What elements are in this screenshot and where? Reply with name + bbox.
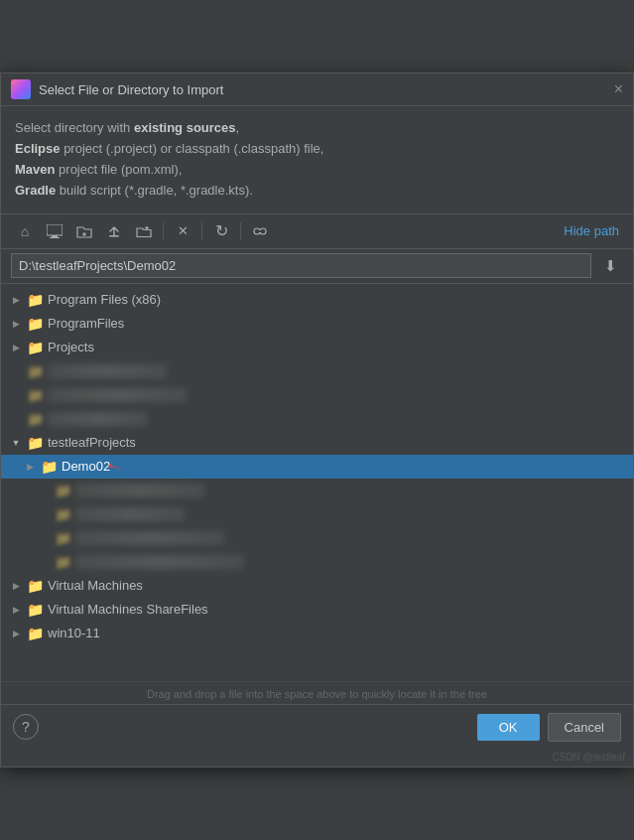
blurred-label-7	[75, 555, 244, 569]
folder-icon-blurred-2: 📁	[27, 387, 44, 403]
tree-item-win10-11[interactable]: ▶ 📁 win10-11	[1, 622, 633, 645]
delete-button[interactable]: ✕	[169, 218, 196, 244]
svg-rect-0	[47, 224, 63, 235]
home-button[interactable]: ⌂	[11, 218, 39, 244]
app-icon	[11, 79, 31, 99]
refresh-button[interactable]: ↻	[207, 218, 235, 244]
up-button[interactable]	[100, 218, 128, 244]
folder-icon-program-files-x86: 📁	[27, 292, 44, 308]
expand-icon-demo02[interactable]: ▶	[23, 460, 37, 474]
toolbar-separator-3	[240, 222, 241, 240]
expand-icon-projects[interactable]: ▶	[9, 341, 23, 354]
dialog-title: Select File or Directory to Import	[39, 82, 606, 97]
expand-icon-testleaf-projects[interactable]: ▼	[9, 436, 23, 450]
blurred-label-6	[75, 531, 224, 545]
folder-icon-blurred-5: 📁	[55, 506, 71, 522]
tree-item-blurred-3: 📁	[1, 407, 633, 431]
path-input[interactable]	[11, 253, 591, 278]
path-download-button[interactable]: ⬇	[597, 253, 623, 279]
ok-button[interactable]: OK	[477, 714, 540, 741]
hide-path-button[interactable]: Hide path	[560, 221, 623, 240]
arrow-indicator: ←	[101, 452, 128, 480]
toolbar: ⌂ ✕ ↻ Hide path	[1, 213, 633, 249]
desc-line1-bold: existing sources	[134, 120, 236, 135]
blurred-label-2	[48, 388, 187, 402]
desc-line1-suffix: ,	[236, 120, 240, 135]
help-button[interactable]: ?	[13, 714, 39, 740]
tree-label-program-files-x86: Program Files (x86)	[48, 292, 161, 307]
desc-maven-text: project file (pom.xml),	[55, 162, 182, 177]
desc-eclipse-text: project (.project) or classpath (.classp…	[61, 141, 324, 156]
tree-label-win10-11: win10-11	[48, 626, 100, 640]
link-button[interactable]	[246, 218, 274, 244]
path-row: ⬇	[1, 249, 633, 284]
tree-label-virtual-machines-share: Virtual Machines ShareFiles	[48, 602, 208, 617]
tree-label-virtual-machines: Virtual Machines	[48, 578, 143, 593]
folder-icon-projects: 📁	[27, 340, 44, 355]
cancel-button[interactable]: Cancel	[548, 713, 621, 742]
tree-item-blurred-2: 📁	[1, 383, 633, 407]
new-folder-button[interactable]	[70, 218, 98, 244]
expand-icon-win10-11[interactable]: ▶	[9, 627, 23, 640]
description-panel: Select directory with existing sources, …	[1, 106, 633, 212]
expand-icon-program-files-x86[interactable]: ▶	[9, 293, 23, 307]
tree-item-blurred-7: 📁	[1, 550, 633, 574]
file-directory-dialog: Select File or Directory to Import × Sel…	[0, 72, 634, 767]
svg-rect-10	[257, 230, 263, 232]
folder-icon-blurred-1: 📁	[27, 363, 44, 379]
tree-item-testleaf-projects[interactable]: ▼ 📁 testleafProjects	[1, 431, 633, 455]
tree-item-blurred-1: 📁	[1, 359, 633, 383]
toolbar-separator-2	[201, 222, 202, 240]
expand-icon-virtual-machines[interactable]: ▶	[9, 579, 23, 593]
folder-icon-win10-11: 📁	[27, 626, 44, 641]
desc-gradle: Gradle	[15, 183, 56, 198]
tree-item-virtual-machines-share[interactable]: ▶ 📁 Virtual Machines ShareFiles	[1, 598, 633, 622]
desc-maven: Maven	[15, 162, 55, 177]
blurred-label-3	[48, 412, 147, 426]
tree-item-programfiles[interactable]: ▶ 📁 ProgramFiles	[1, 312, 633, 336]
expand-icon-programfiles[interactable]: ▶	[9, 317, 23, 331]
folder-icon-testleaf-projects: 📁	[27, 435, 44, 451]
expand-icon-virtual-machines-share[interactable]: ▶	[9, 603, 23, 617]
desktop-button[interactable]	[41, 218, 68, 244]
file-tree[interactable]: ▶ 📁 Program Files (x86) ▶ 📁 ProgramFiles…	[1, 284, 633, 681]
desc-eclipse: Eclipse	[15, 141, 61, 156]
desc-line1-prefix: Select directory with	[15, 120, 134, 135]
new-folder2-button[interactable]	[130, 218, 158, 244]
folder-icon-blurred-4: 📁	[55, 483, 71, 498]
tree-item-demo02[interactable]: ▶ 📁 Demo02 ←	[1, 455, 633, 479]
tree-item-virtual-machines[interactable]: ▶ 📁 Virtual Machines	[1, 574, 633, 598]
tree-label-projects: Projects	[48, 340, 94, 354]
folder-icon-blurred-3: 📁	[27, 411, 44, 427]
drag-hint: Drag and drop a file into the space abov…	[1, 681, 633, 704]
tree-item-projects[interactable]: ▶ 📁 Projects	[1, 336, 633, 359]
svg-rect-2	[50, 237, 60, 238]
folder-icon-blurred-7: 📁	[55, 554, 71, 570]
blurred-label-1	[48, 364, 167, 378]
folder-icon-programfiles: 📁	[27, 316, 44, 332]
folder-icon-virtual-machines-share: 📁	[27, 602, 44, 618]
blurred-label-4	[75, 484, 204, 497]
toolbar-separator-1	[163, 222, 164, 240]
svg-rect-5	[109, 235, 119, 237]
tree-item-blurred-5: 📁	[1, 502, 633, 526]
tree-label-programfiles: ProgramFiles	[48, 316, 124, 331]
tree-item-blurred-4: 📁	[1, 479, 633, 502]
blurred-label-5	[75, 507, 185, 521]
action-buttons: OK Cancel	[477, 713, 621, 742]
tree-item-program-files-x86[interactable]: ▶ 📁 Program Files (x86)	[1, 288, 633, 312]
tree-label-testleaf-projects: testleafProjects	[48, 435, 136, 450]
folder-icon-demo02: 📁	[41, 459, 58, 475]
tree-item-blurred-6: 📁	[1, 526, 633, 550]
watermark: CSDN @testleaf	[1, 750, 633, 767]
close-button[interactable]: ×	[614, 81, 623, 97]
folder-icon-blurred-6: 📁	[55, 530, 71, 546]
bottom-bar: ? OK Cancel	[1, 704, 633, 750]
desc-gradle-text: build script (*.gradle, *.gradle.kts).	[56, 183, 253, 198]
title-bar: Select File or Directory to Import ×	[1, 73, 633, 106]
svg-rect-1	[52, 235, 58, 237]
folder-icon-virtual-machines: 📁	[27, 578, 44, 594]
